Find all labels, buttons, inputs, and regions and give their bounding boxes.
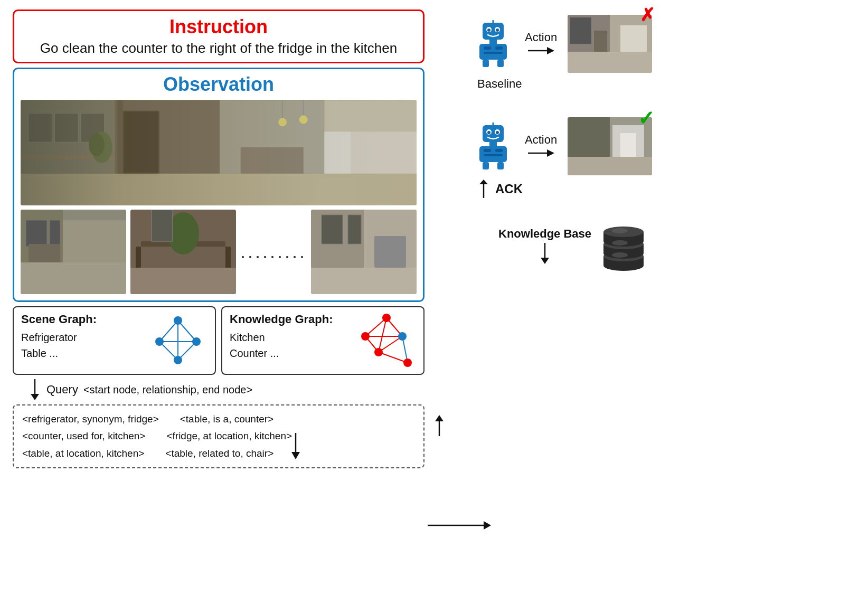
svg-point-97 — [496, 131, 499, 134]
baseline-action-arrow — [528, 44, 554, 57]
knowledge-graph-svg — [350, 313, 418, 371]
small-image-3 — [311, 210, 417, 294]
kb-section: Knowledge Base — [498, 219, 699, 272]
svg-rect-0 — [21, 100, 417, 205]
retrieval-to-kb-arrow — [428, 517, 491, 533]
svg-rect-91 — [570, 17, 591, 44]
retrieval-item-2-0: <table, at location, kitchen> — [22, 445, 144, 462]
svg-rect-30 — [130, 268, 236, 294]
query-label: Query — [46, 383, 78, 397]
retrieval-item-2-1: <table, related to, chair> — [165, 445, 273, 462]
svg-rect-40 — [322, 215, 343, 244]
svg-rect-14 — [324, 132, 351, 174]
instruction-title: Instruction — [24, 15, 413, 38]
svg-rect-25 — [63, 220, 126, 262]
svg-rect-110 — [568, 157, 652, 175]
svg-marker-116 — [479, 180, 488, 184]
svg-line-55 — [379, 318, 386, 352]
kg-to-retrieval-arrow — [285, 433, 306, 459]
svg-rect-9 — [54, 114, 78, 143]
observation-title: Observation — [21, 73, 417, 96]
ack-action-label: Action — [525, 133, 557, 147]
page-layout: Instruction Go clean the counter to the … — [0, 0, 868, 613]
ack-badge: ✓ — [638, 107, 655, 130]
svg-marker-1 — [21, 174, 417, 205]
small-image-2 — [130, 210, 236, 294]
svg-point-64 — [403, 359, 412, 367]
svg-rect-42 — [374, 236, 406, 268]
svg-rect-41 — [348, 215, 361, 244]
baseline-label: Baseline — [477, 77, 522, 91]
svg-rect-82 — [483, 60, 489, 67]
svg-point-49 — [174, 316, 182, 325]
retrieval-items: <refrigerator, synonym, fridge> <table, … — [22, 411, 415, 462]
baseline-result-image — [568, 15, 652, 73]
svg-rect-83 — [497, 60, 504, 67]
small-images-row: ......... — [21, 210, 417, 294]
svg-point-63 — [374, 348, 383, 356]
svg-marker-118 — [541, 258, 549, 264]
svg-line-59 — [379, 352, 408, 363]
retrieval-item-1-1: <fridge, at location, kitchen> — [166, 428, 292, 445]
svg-point-130 — [612, 252, 628, 258]
svg-point-13 — [89, 133, 105, 156]
up-arrow-kb — [433, 404, 446, 436]
kb-arrow-down — [539, 243, 551, 264]
retrieval-item-0-0: <refrigerator, synonym, fridge> — [22, 411, 159, 428]
retrieval-item-0-1: <table, is a, counter> — [180, 411, 273, 428]
svg-rect-106 — [497, 162, 504, 169]
svg-rect-103 — [495, 149, 503, 152]
svg-rect-10 — [81, 114, 105, 143]
svg-rect-28 — [29, 244, 60, 262]
svg-marker-69 — [435, 415, 444, 421]
svg-marker-85 — [547, 47, 554, 54]
svg-point-18 — [278, 118, 287, 127]
svg-rect-37 — [311, 268, 417, 294]
svg-point-12 — [91, 132, 112, 164]
svg-rect-3 — [115, 100, 220, 174]
right-column: Action ✗ — [446, 10, 699, 272]
svg-rect-102 — [484, 149, 491, 152]
database-icon — [600, 219, 647, 272]
baseline-robot-icon — [472, 20, 514, 68]
retrieval-box: <refrigerator, synonym, fridge> <table, … — [13, 404, 424, 468]
svg-rect-100 — [489, 142, 497, 146]
svg-rect-6 — [122, 111, 159, 174]
baseline-result-container: ✗ — [568, 15, 652, 73]
svg-point-74 — [496, 29, 499, 32]
graph-row: Scene Graph: Refrigerator Table ... — [13, 306, 424, 375]
svg-rect-4 — [220, 100, 324, 174]
svg-rect-2 — [21, 100, 115, 174]
svg-point-50 — [155, 337, 164, 346]
ack-action-arrow — [528, 147, 554, 159]
svg-point-20 — [299, 116, 308, 124]
svg-marker-108 — [547, 149, 554, 157]
svg-point-52 — [174, 356, 182, 364]
svg-rect-81 — [484, 52, 503, 54]
svg-rect-87 — [568, 52, 652, 73]
query-format: <start node, relationship, end node> — [83, 384, 252, 396]
svg-rect-112 — [568, 117, 610, 157]
panorama-image — [21, 100, 417, 205]
svg-rect-15 — [351, 132, 417, 174]
svg-rect-92 — [594, 31, 607, 52]
ack-label-row: ACK — [477, 180, 523, 198]
ack-section: Action — [472, 117, 699, 198]
svg-point-128 — [612, 228, 628, 233]
svg-rect-114 — [620, 133, 636, 157]
svg-point-62 — [361, 332, 370, 341]
ack-row: Action — [472, 117, 652, 175]
svg-rect-90 — [620, 25, 647, 52]
svg-rect-77 — [489, 40, 497, 44]
retrieval-item-1-0: <counter, used for, kitchen> — [22, 428, 145, 445]
svg-rect-33 — [225, 247, 231, 268]
svg-point-96 — [487, 131, 490, 134]
svg-marker-132 — [291, 452, 300, 459]
ack-label: ACK — [495, 182, 523, 196]
svg-rect-16 — [241, 147, 304, 174]
svg-marker-67 — [31, 394, 39, 400]
baseline-section: Action ✗ — [472, 15, 699, 91]
kb-title: Knowledge Base — [498, 227, 591, 241]
svg-marker-21 — [118, 100, 123, 174]
small-image-1 — [21, 210, 126, 294]
